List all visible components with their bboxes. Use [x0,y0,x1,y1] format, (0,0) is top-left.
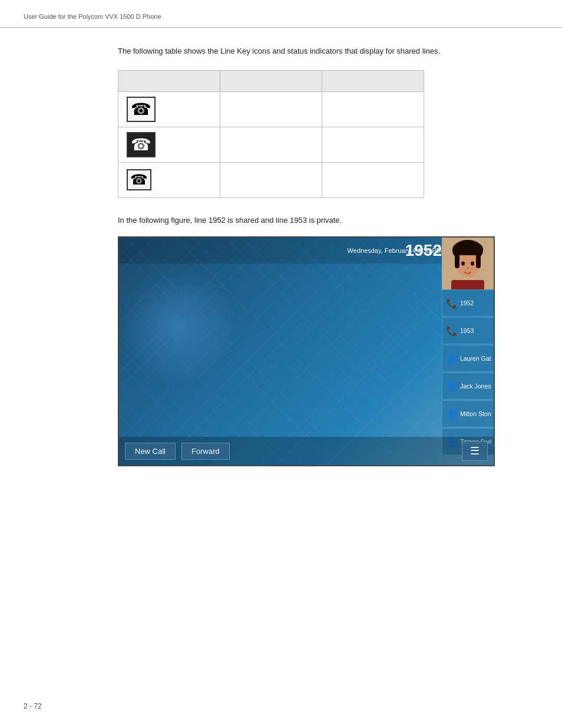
svg-point-7 [471,262,474,266]
svg-rect-9 [451,280,484,289]
line-icon-1953: 📞 [446,325,458,337]
col-header-2 [220,70,322,91]
sidebar-label-1953: 1953 [460,327,474,334]
sidebar-btn-1952[interactable]: 📞 1952 [442,289,494,317]
screen-sidebar: 📞 1952 📞 1953 👤 Lauren Gates 👤 Jack Jone… [442,289,494,456]
intro-paragraph: The following table shows the Line Key i… [118,45,527,57]
phone-screen: Wednesday, February 4 1:30 PM 1952 [118,236,495,466]
page-number: 2 - 72 [24,702,42,710]
table-row: ☎ [118,127,424,162]
screen-glow [119,267,237,385]
table-cell-3-3 [322,162,424,197]
header-title: User Guide for the Polycom VVX 1500 D Ph… [24,13,161,20]
col-header-3 [322,70,424,91]
sidebar-btn-milton[interactable]: 👤 Milton Stone [442,400,494,427]
svg-point-8 [467,268,469,269]
svg-point-6 [461,262,465,266]
screen-number: 1952 [405,242,442,259]
line-icon-lauren: 👤 [446,353,458,364]
phone-icon-small: ☎ [127,169,151,190]
table-cell-2-2 [220,127,322,162]
main-content: The following table shows the Line Key i… [0,28,562,484]
page-header: User Guide for the Polycom VVX 1500 D Ph… [0,0,562,28]
col-header-1 [118,70,220,91]
sidebar-label-milton: Milton Stone [460,410,491,417]
table-cell-1-2 [220,91,322,127]
icon-table: ☎ ☎ ☎ [118,70,424,198]
avatar-svg [442,238,494,289]
table-cell-1-3 [322,91,424,127]
sidebar-btn-jack[interactable]: 👤 Jack Jones [442,373,494,400]
line-icon-jack: 👤 [446,381,458,392]
forward-button[interactable]: Forward [181,443,230,460]
table-header-row [118,70,424,91]
sidebar-label-jack: Jack Jones [460,383,491,390]
table-row: ☎ [118,162,424,197]
svg-rect-5 [452,243,483,255]
menu-button[interactable]: ☰ [462,441,488,461]
screen-avatar [442,238,494,289]
icon-cell-2: ☎ [118,127,220,162]
sidebar-label-lauren: Lauren Gates [460,355,491,362]
table-cell-3-2 [220,162,322,197]
icon-cell-3: ☎ [118,162,220,197]
phone-icon-dark: ☎ [127,132,156,157]
line-icon-1952: 📞 [446,298,458,309]
phone-icon-large: ☎ [127,97,156,122]
icon-cell-1: ☎ [118,91,220,127]
table-cell-2-3 [322,127,424,162]
sidebar-btn-1953[interactable]: 📞 1953 [442,317,494,344]
screen-bottombar: New Call Forward ☰ [119,437,494,465]
caption-paragraph: In the following figure, line 1952 is sh… [118,215,527,226]
sidebar-btn-lauren[interactable]: 👤 Lauren Gates [442,345,494,372]
new-call-button[interactable]: New Call [125,443,176,460]
line-icon-milton: 👤 [446,409,458,420]
sidebar-label-1952: 1952 [460,299,474,307]
table-row: ☎ [118,91,424,127]
